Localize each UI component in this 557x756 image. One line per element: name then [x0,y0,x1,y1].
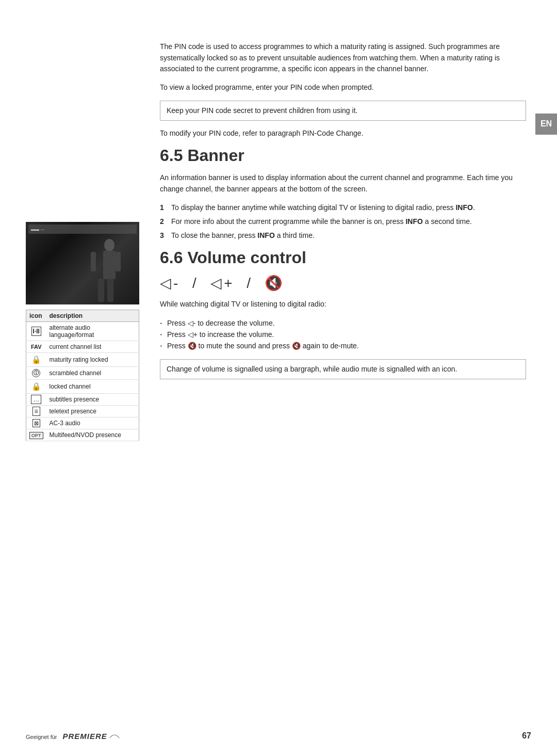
icon-scrambled-cell: ⓘ [26,367,46,380]
banner-description: An information banner is used to display… [160,172,526,195]
section-66-heading: 6.6 Volume control [160,248,526,267]
intro-paragraph-1: The PIN code is used to access programme… [160,41,526,75]
svg-rect-2 [98,279,104,302]
section-65-title: Banner [187,146,244,165]
list-item: Press ◁- to decrease the volume. [160,317,526,329]
volume-symbols: ◁- / ◁+ / 🔇 [160,275,526,292]
page-number: 67 [522,731,531,741]
left-column: ▬▬ — icon description [26,222,155,441]
step-3-text: To close the banner, press INFO a third … [171,230,315,241]
icon-ih-cell: I·II [26,322,46,341]
icon-fav-cell: FAV [26,341,46,353]
premiere-brand: PREMIERE [62,732,107,741]
locked-channel-icon: 🔒 [31,382,41,391]
icon-ac3-cell: ⊠ [26,417,46,429]
subtitles-icon: … [31,395,41,404]
section-66-number: 6.6 [160,248,183,267]
list-item: Press 🔇 to mute the sound and press 🔇 ag… [160,340,526,351]
table-row: ⓘ scrambled channel [26,367,139,380]
step-1-bold: INFO [455,203,472,212]
teletext-icon: ≡ [32,407,40,416]
svg-rect-4 [91,252,96,271]
section-65-heading: 6.5 Banner [160,146,526,165]
description-cell: teletext presence [46,406,139,417]
description-cell: scrambled channel [46,367,139,380]
section-66-title: Volume control [187,248,306,267]
scrambled-channel-icon: ⓘ [32,369,40,377]
ac3-icon: ⊠ [32,419,40,427]
description-cell: Multifeed/NVOD presence [46,429,139,441]
tv-banner-text: ▬▬ — [31,227,44,232]
section-65-number: 6.5 [160,146,183,165]
step-3-num: 3 [160,230,169,241]
list-item: Press ◁+ to increase the volume. [160,329,526,340]
fav-icon: FAV [31,344,42,350]
description-cell: subtitles presence [46,394,139,406]
table-row: ≡ teletext presence [26,406,139,417]
page-footer: Geeignet für PREMIERE 67 [26,731,531,741]
en-tab: EN [535,114,557,135]
description-col-header: description [46,310,139,322]
table-row: OPT Multifeed/NVOD presence [26,429,139,441]
tv-banner-bar: ▬▬ — [28,224,137,234]
table-row: … subtitles presence [26,394,139,406]
banner-steps-list: 1 To display the banner anytime while wa… [160,202,526,241]
table-row: 🔒 maturity rating locked [26,353,139,367]
intro-paragraph-2: To view a locked programme, enter your P… [160,82,526,93]
description-cell: AC-3 audio [46,417,139,429]
intro-paragraph-3: To modify your PIN code, refer to paragr… [160,128,526,139]
pin-note-box: Keep your PIN code secret to prevent chi… [160,101,526,121]
step-2-text: For more info about the current programm… [171,216,472,227]
step-1-text: To display the banner anytime while watc… [171,202,475,213]
icon-subtitles-cell: … [26,394,46,406]
svg-point-0 [104,239,114,251]
table-row: ⊠ AC-3 audio [26,417,139,429]
volume-note-box: Change of volume is signalled using a ba… [160,359,526,379]
volume-note-text: Change of volume is signalled using a ba… [167,365,457,373]
icon-col-header: icon [26,310,46,322]
premiere-arc-icon [109,732,120,739]
description-cell: locked channel [46,380,139,394]
table-row: I·II alternate audio language/format [26,322,139,341]
premiere-logo-area: Geeignet für PREMIERE [26,732,120,741]
ih-icon: I·II [31,327,41,336]
step-1-num: 1 [160,202,169,213]
table-row: FAV current channel list [26,341,139,353]
maturity-lock-icon: 🔒 [31,355,41,364]
svg-rect-1 [103,251,116,279]
step-2-num: 2 [160,216,169,227]
footer-logo: Geeignet für PREMIERE [26,732,120,741]
list-item: 3 To close the banner, press INFO a thir… [160,230,526,241]
svg-rect-3 [107,279,113,302]
icon-maturity-cell: 🔒 [26,353,46,367]
opt-icon: OPT [29,432,43,439]
page-container: EN ▬▬ — icon description [0,0,557,756]
volume-description: While watching digital TV or listening t… [160,299,526,310]
description-cell: current channel list [46,341,139,353]
svg-rect-5 [116,252,121,271]
step-2-bold: INFO [405,217,422,226]
list-item: 1 To display the banner anytime while wa… [160,202,526,213]
volume-bullets: Press ◁- to decrease the volume. Press ◁… [160,317,526,352]
icon-table: icon description I·II alternate audio la… [26,310,139,441]
icon-teletext-cell: ≡ [26,406,46,417]
step-3-bold: INFO [257,231,274,239]
tv-screenshot: ▬▬ — [26,222,139,304]
geeignet-text: Geeignet für [26,734,57,740]
list-item: 2 For more info about the current progra… [160,216,526,227]
description-cell: maturity rating locked [46,353,139,367]
main-content: The PIN code is used to access programme… [160,26,526,387]
pin-note-text: Keep your PIN code secret to prevent chi… [167,106,357,115]
icon-locked-cell: 🔒 [26,380,46,394]
icon-opt-cell: OPT [26,429,46,441]
description-cell: alternate audio language/format [46,322,139,341]
table-row: 🔒 locked channel [26,380,139,394]
